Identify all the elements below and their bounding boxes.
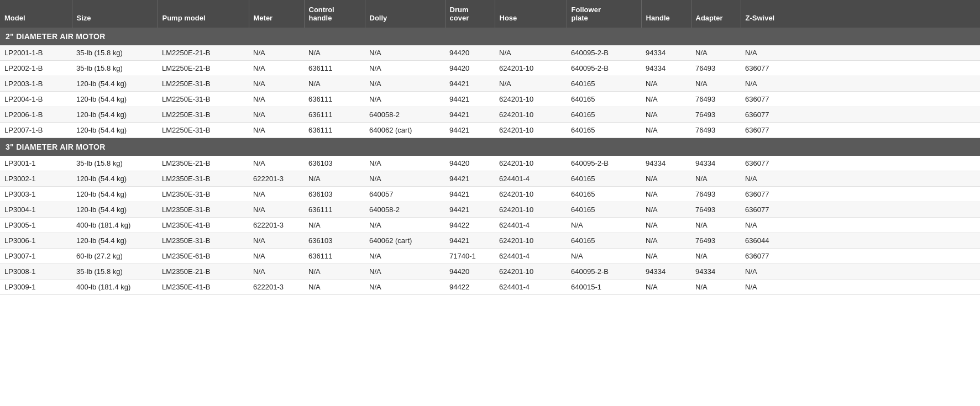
cell-control: 636111 xyxy=(304,61,365,76)
cell-adapter: N/A xyxy=(691,171,741,187)
cell-hose: 624201-10 xyxy=(495,107,567,123)
cell-drum: 94421 xyxy=(445,92,495,107)
cell-zswivel: N/A xyxy=(741,280,980,295)
cell-adapter: N/A xyxy=(691,218,741,233)
cell-control: N/A xyxy=(304,76,365,92)
cell-follower: 640165 xyxy=(567,76,641,92)
cell-zswivel: 636044 xyxy=(741,233,980,249)
cell-hose: 624201-10 xyxy=(495,264,567,280)
cell-meter: N/A xyxy=(249,123,304,138)
cell-meter: N/A xyxy=(249,264,304,280)
cell-zswivel: 636077 xyxy=(741,107,980,123)
cell-zswivel: 636077 xyxy=(741,123,980,138)
cell-pump: LM2350E-61-B xyxy=(158,249,249,264)
table-row: LP2007-1-B120-lb (54.4 kg)LM2250E-31-BN/… xyxy=(0,123,980,138)
cell-zswivel: N/A xyxy=(741,45,980,61)
cell-pump: LM2250E-21-B xyxy=(158,45,249,61)
cell-drum: 94421 xyxy=(445,76,495,92)
cell-adapter: 76493 xyxy=(691,233,741,249)
cell-follower: 640095-2-B xyxy=(567,45,641,61)
table-row: LP2003-1-B120-lb (54.4 kg)LM2250E-31-BN/… xyxy=(0,76,980,92)
section-header-1: 3" DIAMETER AIR MOTOR xyxy=(0,138,980,156)
cell-handle: N/A xyxy=(641,233,691,249)
header-handle: Handle xyxy=(641,0,691,28)
cell-model: LP3006-1 xyxy=(0,233,72,249)
cell-zswivel: 636077 xyxy=(741,249,980,264)
section-title-0: 2" DIAMETER AIR MOTOR xyxy=(0,28,980,45)
cell-meter: 622201-3 xyxy=(249,171,304,187)
cell-follower: N/A xyxy=(567,218,641,233)
cell-pump: LM2350E-31-B xyxy=(158,171,249,187)
table-row: LP3006-1120-lb (54.4 kg)LM2350E-31-BN/A6… xyxy=(0,233,980,249)
table-row: LP3005-1400-lb (181.4 kg)LM2350E-41-B622… xyxy=(0,218,980,233)
cell-follower: N/A xyxy=(567,249,641,264)
cell-dolly: 640062 (cart) xyxy=(365,123,445,138)
cell-model: LP3002-1 xyxy=(0,171,72,187)
cell-model: LP2002-1-B xyxy=(0,61,72,76)
cell-size: 35-lb (15.8 kg) xyxy=(72,156,158,171)
cell-drum: 94421 xyxy=(445,171,495,187)
cell-control: 636103 xyxy=(304,156,365,171)
cell-drum: 94421 xyxy=(445,107,495,123)
cell-size: 120-lb (54.4 kg) xyxy=(72,202,158,218)
cell-dolly: N/A xyxy=(365,171,445,187)
cell-handle: N/A xyxy=(641,187,691,202)
cell-adapter: 94334 xyxy=(691,264,741,280)
cell-meter: N/A xyxy=(249,187,304,202)
table-body: 2" DIAMETER AIR MOTORLP2001-1-B35-lb (15… xyxy=(0,28,980,295)
cell-dolly: 640058-2 xyxy=(365,107,445,123)
cell-model: LP3008-1 xyxy=(0,264,72,280)
cell-follower: 640095-2-B xyxy=(567,264,641,280)
cell-pump: LM2350E-21-B xyxy=(158,156,249,171)
cell-zswivel: N/A xyxy=(741,171,980,187)
cell-adapter: N/A xyxy=(691,249,741,264)
cell-handle: N/A xyxy=(641,280,691,295)
cell-zswivel: 636077 xyxy=(741,202,980,218)
cell-meter: N/A xyxy=(249,61,304,76)
header-pump: Pump model xyxy=(158,0,249,28)
header-size: Size xyxy=(72,0,158,28)
cell-handle: N/A xyxy=(641,218,691,233)
table-row: LP2004-1-B120-lb (54.4 kg)LM2250E-31-BN/… xyxy=(0,92,980,107)
cell-follower: 640095-2-B xyxy=(567,156,641,171)
cell-meter: N/A xyxy=(249,45,304,61)
cell-drum: 94421 xyxy=(445,123,495,138)
cell-dolly: N/A xyxy=(365,264,445,280)
cell-zswivel: 636077 xyxy=(741,61,980,76)
cell-meter: N/A xyxy=(249,249,304,264)
cell-adapter: 94334 xyxy=(691,156,741,171)
header-control: Controlhandle xyxy=(304,0,365,28)
cell-handle: N/A xyxy=(641,249,691,264)
cell-adapter: 76493 xyxy=(691,123,741,138)
cell-meter: 622201-3 xyxy=(249,218,304,233)
cell-model: LP2007-1-B xyxy=(0,123,72,138)
table-row: LP3008-135-lb (15.8 kg)LM2350E-21-BN/AN/… xyxy=(0,264,980,280)
cell-hose: 624201-10 xyxy=(495,123,567,138)
cell-zswivel: 636077 xyxy=(741,187,980,202)
table-row: LP3007-160-lb (27.2 kg)LM2350E-61-BN/A63… xyxy=(0,249,980,264)
cell-hose: 624401-4 xyxy=(495,249,567,264)
cell-pump: LM2250E-31-B xyxy=(158,107,249,123)
table-row: LP3001-135-lb (15.8 kg)LM2350E-21-BN/A63… xyxy=(0,156,980,171)
cell-size: 400-lb (181.4 kg) xyxy=(72,280,158,295)
cell-adapter: 76493 xyxy=(691,107,741,123)
cell-control: N/A xyxy=(304,171,365,187)
cell-meter: N/A xyxy=(249,202,304,218)
cell-hose: 624201-10 xyxy=(495,61,567,76)
header-meter: Meter xyxy=(249,0,304,28)
cell-handle: 94334 xyxy=(641,156,691,171)
cell-pump: LM2350E-21-B xyxy=(158,264,249,280)
header-hose: Hose xyxy=(495,0,567,28)
cell-zswivel: 636077 xyxy=(741,156,980,171)
cell-follower: 640165 xyxy=(567,107,641,123)
cell-follower: 640095-2-B xyxy=(567,61,641,76)
table-row: LP3009-1400-lb (181.4 kg)LM2350E-41-B622… xyxy=(0,280,980,295)
cell-model: LP2004-1-B xyxy=(0,92,72,107)
cell-pump: LM2250E-21-B xyxy=(158,61,249,76)
cell-hose: 624201-10 xyxy=(495,202,567,218)
cell-control: 636111 xyxy=(304,107,365,123)
table-header: ModelSizePump modelMeterControlhandleDol… xyxy=(0,0,980,28)
cell-dolly: 640057 xyxy=(365,187,445,202)
cell-pump: LM2350E-31-B xyxy=(158,187,249,202)
cell-hose: N/A xyxy=(495,45,567,61)
